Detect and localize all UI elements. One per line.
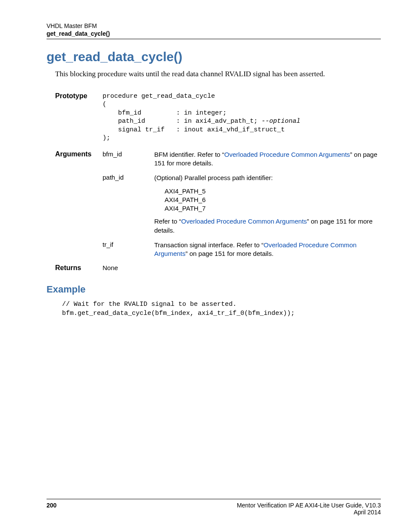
returns-value: None <box>103 264 154 271</box>
arg-desc-tr-if: Transaction signal interface. Refer to “… <box>154 241 381 258</box>
example-code: // Wait for the RVALID signal to be asse… <box>62 300 381 318</box>
returns-label: Returns <box>55 264 103 272</box>
proto-line2: ( <box>103 101 106 108</box>
footer-right: Mentor Verification IP AE AXI4-Lite User… <box>237 502 381 516</box>
footer-row: 200 Mentor Verification IP AE AXI4-Lite … <box>47 502 381 516</box>
prototype-row: Prototype procedure get_read_data_cycle … <box>55 92 381 143</box>
arg-desc-bfm-id: BFM identifier. Refer to “Overloaded Pro… <box>154 150 381 168</box>
footer-rule <box>47 499 381 499</box>
header-rule <box>47 39 381 39</box>
page-footer: 200 Mentor Verification IP AE AXI4-Lite … <box>47 496 381 516</box>
proto-line3c: signal tr_if : inout axi4_vhd_if_struct_… <box>103 126 285 134</box>
path-7: AXI4_PATH_7 <box>165 204 381 213</box>
intro-paragraph: This blocking procedure waits until the … <box>55 69 381 79</box>
footer-doc-title: Mentor Verification IP AE AXI4-Lite User… <box>237 502 381 509</box>
arguments-row-bfm-id: Arguments bfm_id BFM identifier. Refer t… <box>55 150 381 168</box>
arg-path-id-paths: AXI4_PATH_5 AXI4_PATH_6 AXI4_PATH_7 <box>165 187 381 213</box>
arg-path-id-refer-link[interactable]: Overloaded Procedure Common Arguments <box>181 218 307 225</box>
arg-name-path-id: path_id <box>103 174 154 181</box>
footer-date: April 2014 <box>237 509 381 516</box>
proto-line4: ); <box>103 134 110 142</box>
arg-path-id-refer-pre: Refer to “ <box>154 218 181 225</box>
arg-bfm-id-link[interactable]: Overloaded Procedure Common Arguments <box>224 151 350 158</box>
path-5: AXI4_PATH_5 <box>165 187 381 196</box>
page-number: 200 <box>47 502 56 509</box>
arg-path-id-intro: (Optional) Parallel process path identif… <box>154 174 381 182</box>
arg-bfm-id-pre: BFM identifier. Refer to “ <box>154 151 224 158</box>
arguments-row-tr-if: tr_if Transaction signal interface. Refe… <box>55 241 381 258</box>
running-head-sub: get_read_data_cycle() <box>47 30 381 37</box>
proto-line3b-comment: --optional <box>262 118 300 125</box>
arg-tr-if-pre: Transaction signal interface. Refer to “ <box>154 241 264 249</box>
page-content: VHDL Master BFM get_read_data_cycle() ge… <box>0 0 411 318</box>
arg-name-bfm-id: bfm_id <box>103 150 154 158</box>
arg-path-id-refer: Refer to “Overloaded Procedure Common Ar… <box>154 217 381 235</box>
proto-line3a: bfm_id : in integer; <box>103 109 227 117</box>
arg-name-tr-if: tr_if <box>103 241 154 248</box>
example-line1: // Wait for the RVALID signal to be asse… <box>62 301 237 308</box>
returns-row: Returns None <box>55 264 381 272</box>
example-heading: Example <box>47 284 381 295</box>
proto-line1: procedure get_read_data_cycle <box>103 93 215 100</box>
arg-desc-path-id: (Optional) Parallel process path identif… <box>154 174 381 235</box>
prototype-code: procedure get_read_data_cycle ( bfm_id :… <box>103 92 300 143</box>
proto-line3b-pre: path_id : in axi4_adv_path_t; <box>103 118 262 125</box>
arguments-label: Arguments <box>55 150 103 158</box>
example-line2: bfm.get_read_data_cycle(bfm_index, axi4_… <box>62 310 295 317</box>
arg-tr-if-post: ” on page 151 for more details. <box>186 250 274 257</box>
prototype-label: Prototype <box>55 92 103 100</box>
arguments-row-path-id: path_id (Optional) Parallel process path… <box>55 174 381 235</box>
running-head-title: VHDL Master BFM <box>47 22 381 29</box>
page-title: get_read_data_cycle() <box>47 50 381 64</box>
path-6: AXI4_PATH_6 <box>165 196 381 204</box>
